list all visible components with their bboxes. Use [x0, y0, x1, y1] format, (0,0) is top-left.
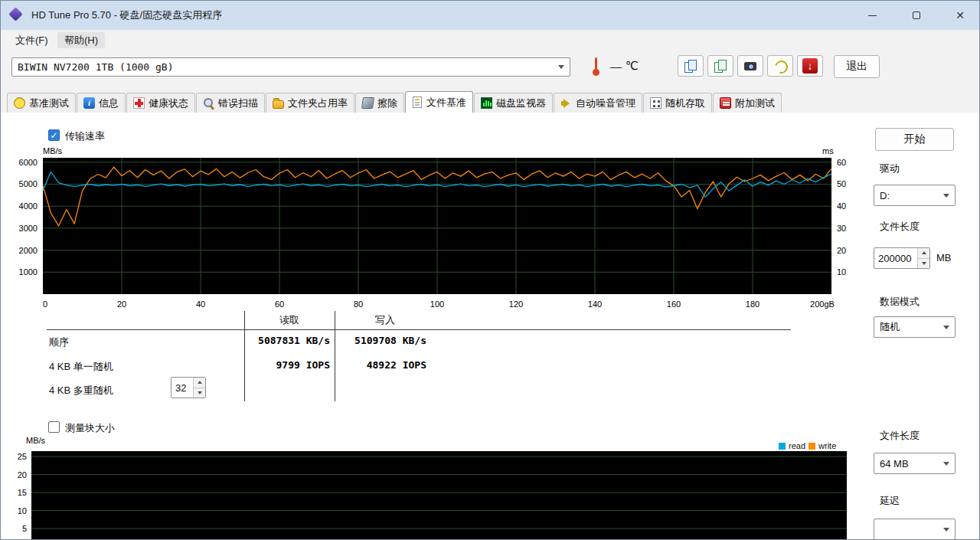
4k-single-read-value: 9799 IOPS [246, 359, 330, 371]
svg-text:20: 20 [18, 470, 27, 479]
tab-label: 错误扫描 [218, 97, 258, 110]
file-length-spinner[interactable]: 200000 [874, 247, 930, 269]
temperature-value: — [610, 60, 622, 73]
sequential-write-value: 5109708 KB/s [339, 335, 426, 346]
tab-label: 自动噪音管理 [576, 97, 635, 110]
tab-label: 信息 [99, 97, 119, 110]
tab-label: 文件夹占用率 [288, 97, 348, 110]
tab-label: 随机存取 [665, 97, 705, 110]
tab-error-scan[interactable]: 错误扫描 [196, 93, 265, 113]
menu-help[interactable]: 帮助(H) [57, 32, 105, 48]
spin-down-button[interactable] [194, 388, 205, 398]
svg-text:120: 120 [509, 299, 523, 309]
tab-erase[interactable]: 擦除 [355, 93, 404, 113]
aam-icon [560, 97, 572, 109]
maximize-icon [913, 11, 920, 19]
tab-random-access[interactable]: 随机存取 [643, 93, 712, 113]
svg-text:5: 5 [22, 524, 27, 533]
copy-image-icon [713, 58, 728, 74]
app-window: HD Tune Pro 5.70 - 硬盘/固态硬盘实用程序 ✕ 文件(F) 帮… [0, 0, 980, 540]
file-length-label: 文件长度 [880, 220, 920, 234]
svg-text:180: 180 [746, 299, 760, 309]
chevron-down-icon [558, 65, 564, 69]
monitor-icon [481, 97, 492, 109]
chevron-down-icon [943, 528, 949, 532]
close-button[interactable]: ✕ [942, 1, 978, 30]
data-mode-label: 数据模式 [880, 295, 920, 309]
file-length2-label: 文件长度 [880, 429, 920, 443]
spin-down-button[interactable] [918, 259, 929, 269]
scan-icon [203, 97, 214, 109]
chevron-down-icon [943, 194, 949, 198]
temperature-unit: ℃ [626, 59, 639, 73]
tab-benchmark[interactable]: 基准测试 [7, 93, 76, 113]
queue-depth-spinner[interactable]: 32 [171, 377, 206, 398]
sequential-read-value: 5087831 KB/s [246, 335, 330, 346]
file-length-value: 200000 [874, 248, 917, 268]
minimize-button[interactable] [854, 1, 890, 30]
results-divider [244, 311, 245, 401]
svg-text:3000: 3000 [19, 224, 38, 233]
svg-text:20: 20 [117, 299, 126, 309]
tab-label: 附加测试 [735, 97, 775, 110]
tab-folder-usage[interactable]: 文件夹占用率 [266, 93, 354, 113]
row-4k-multi-label: 4 KB 多重随机 [49, 384, 113, 398]
svg-text:20: 20 [837, 246, 846, 255]
filebench-icon [413, 97, 422, 108]
erase-icon [361, 97, 374, 109]
latency-label: 延迟 [880, 494, 900, 508]
svg-text:60: 60 [275, 299, 284, 309]
chevron-down-icon [943, 326, 949, 329]
row-4k-single-label: 4 KB 单一随机 [49, 360, 113, 374]
file-length2-select[interactable]: 64 MB [874, 453, 956, 474]
transfer-rate-checkbox[interactable] [48, 129, 60, 141]
4k-single-write-value: 48922 IOPS [339, 359, 426, 371]
transfer-rate-chart: 1000200030004000500060001020304050600204… [1, 146, 866, 310]
block-size-checkbox[interactable] [48, 421, 60, 433]
maximize-button[interactable] [899, 1, 934, 30]
thermometer-icon [592, 56, 601, 77]
svg-text:2000: 2000 [19, 246, 38, 255]
exit-button[interactable]: 退出 [834, 55, 880, 78]
drive-label: 驱动 [880, 162, 900, 175]
results-write-header: 写入 [342, 313, 428, 327]
block-size-label: 测量块大小 [65, 421, 115, 435]
exit-button-label: 退出 [846, 60, 867, 74]
copy-image-button[interactable] [707, 55, 733, 77]
acoustic-management-icon [773, 58, 788, 74]
data-mode-value: 随机 [880, 320, 940, 334]
results-read-header: 读取 [247, 313, 332, 327]
file-length-unit: MB [936, 252, 952, 263]
tab-aam[interactable]: 自动噪音管理 [554, 93, 642, 113]
tab-label: 文件基准 [426, 96, 466, 110]
tab-extra-tests[interactable]: 附加测试 [713, 93, 782, 113]
tab-label: 擦除 [377, 97, 397, 110]
data-mode-select[interactable]: 随机 [874, 316, 956, 338]
latency-field[interactable] [874, 519, 956, 540]
drive-select[interactable]: BIWIN NV7200 1TB (1000 gB) [11, 57, 570, 77]
start-button-label: 开始 [904, 133, 926, 146]
svg-text:60: 60 [837, 158, 846, 167]
start-button[interactable]: 开始 [875, 128, 954, 151]
screenshot-button[interactable] [737, 55, 763, 77]
update-button[interactable] [797, 55, 823, 77]
acoustic-management-button[interactable] [767, 55, 793, 77]
tab-file-benchmark[interactable]: 文件基准 [405, 91, 473, 113]
app-icon [8, 7, 22, 21]
extra-icon [720, 97, 731, 109]
svg-text:50: 50 [837, 179, 846, 188]
title-bar: HD Tune Pro 5.70 - 硬盘/固态硬盘实用程序 ✕ [1, 1, 980, 30]
svg-text:25: 25 [18, 452, 27, 461]
spin-up-button[interactable] [918, 248, 929, 259]
tab-label: 健康状态 [149, 97, 188, 110]
menu-file[interactable]: 文件(F) [8, 32, 55, 48]
copy-text-button[interactable] [678, 55, 704, 77]
tab-label: 磁盘监视器 [496, 97, 546, 110]
tab-disk-monitor[interactable]: 磁盘监视器 [474, 93, 553, 113]
spin-up-button[interactable] [194, 378, 205, 388]
tab-info[interactable]: 信息 [77, 93, 126, 113]
tab-health[interactable]: 健康状态 [126, 93, 195, 113]
drive-letter-select[interactable]: D: [874, 185, 956, 206]
toolbar-buttons [678, 55, 823, 77]
transfer-rate-label: 传输速率 [65, 129, 105, 143]
